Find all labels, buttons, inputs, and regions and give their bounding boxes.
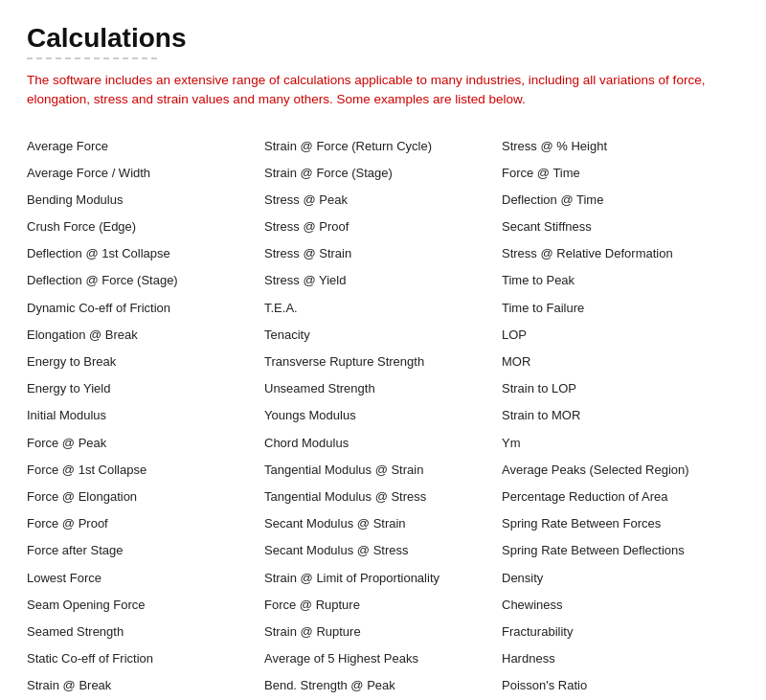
calc-item: Stress @ Strain <box>264 240 502 267</box>
calc-item: Secant Modulus @ Strain <box>264 510 502 537</box>
calc-item: Average Force <box>27 133 264 160</box>
calc-item: Strain @ Rupture <box>264 619 502 645</box>
calc-item: Initial Modulus <box>27 402 264 429</box>
calc-item: Force @ Peak <box>27 430 264 457</box>
column-col2: Strain @ Force (Return Cycle)Strain @ Fo… <box>264 133 502 701</box>
calc-item: Seamed Strength <box>27 619 264 645</box>
calc-item: Spring Rate Between Forces <box>502 510 739 537</box>
calc-item: Secant Modulus @ Stress <box>264 537 502 564</box>
calc-item: Time to Peak <box>502 267 739 294</box>
calc-item: Crush Force (Edge) <box>27 214 264 240</box>
calc-item: Force @ Rupture <box>264 592 502 619</box>
calc-item: Secant Stiffness <box>502 214 739 240</box>
calc-item: Energy to Yield <box>27 375 264 402</box>
calc-item: Bend. Strength @ Peak <box>264 672 502 699</box>
page-title: Calculations <box>27 23 739 54</box>
calc-item: Strain @ Break <box>27 672 264 699</box>
calc-item: Youngs Modulus <box>264 402 502 429</box>
calc-item: Bending Modulus <box>27 187 264 214</box>
calculations-columns: Average ForceAverage Force / WidthBendin… <box>27 133 739 701</box>
calc-item: Average of 5 Highest Peaks <box>264 645 502 672</box>
calc-item: Average Force / Width <box>27 160 264 187</box>
calc-item: Tenacity <box>264 322 502 349</box>
title-underline <box>27 57 161 59</box>
calc-item: Stress @ Yield <box>264 267 502 294</box>
calc-item: Force after Stage <box>27 537 264 564</box>
calc-item: Chord Modulus <box>264 430 502 457</box>
calc-item: Stress @ Peak <box>264 187 502 214</box>
calc-item: Energy to Break <box>27 349 264 375</box>
calc-item: Seam Opening Force <box>27 592 264 619</box>
calc-item: Transverse Rupture Strength <box>264 349 502 375</box>
calc-item: Average Peaks (Selected Region) <box>502 457 739 484</box>
calc-item: Spring Rate Between Deflections <box>502 537 739 564</box>
column-col3: Stress @ % HeightForce @ TimeDeflection … <box>502 133 739 701</box>
calc-item: Unseamed Strength <box>264 375 502 402</box>
calc-item: Strain @ Force (Stage) <box>264 160 502 187</box>
calc-item: Force @ Elongation <box>27 484 264 510</box>
calc-item: Stress @ Proof <box>264 214 502 240</box>
calc-item: Static Co-eff of Friction <box>27 645 264 672</box>
calc-item: Poisson's Ratio <box>502 672 739 699</box>
calc-item: Deflection @ 1st Collapse <box>27 240 264 267</box>
calc-item: Stress @ Relative Deformation <box>502 240 739 267</box>
calc-item: MOR <box>502 349 739 375</box>
calc-item: Deflection @ Time <box>502 187 739 214</box>
calc-item: Percentage Reduction of Area <box>502 484 739 510</box>
column-col1: Average ForceAverage Force / WidthBendin… <box>27 133 264 701</box>
calc-item: Dynamic Co-eff of Friction <box>27 295 264 322</box>
calc-item: Force @ Time <box>502 160 739 187</box>
calc-item: Lowest Force <box>27 565 264 592</box>
calc-item: LOP <box>502 322 739 349</box>
calc-item: Stress @ % Height <box>502 133 739 160</box>
calc-item: Time to Failure <box>502 295 739 322</box>
calc-item: Hardness <box>502 645 739 672</box>
calc-item: Chewiness <box>502 592 739 619</box>
page-description: The software includes an extensive range… <box>27 71 739 110</box>
calc-item: Force @ Proof <box>27 510 264 537</box>
calc-item: Force @ 1st Collapse <box>27 457 264 484</box>
calc-item: Strain to LOP <box>502 375 739 402</box>
calc-item: Strain to MOR <box>502 402 739 429</box>
calc-item: Fracturability <box>502 619 739 645</box>
calc-item: Strain @ Force (Return Cycle) <box>264 133 502 160</box>
calc-item: Density <box>502 565 739 592</box>
calc-item: Elongation @ Break <box>27 322 264 349</box>
calc-item: Strain @ Limit of Proportionality <box>264 565 502 592</box>
calc-item: Ym <box>502 430 739 457</box>
calc-item: Tangential Modulus @ Stress <box>264 484 502 510</box>
calc-item: Deflection @ Force (Stage) <box>27 267 264 294</box>
calc-item: T.E.A. <box>264 295 502 322</box>
calc-item: Tangential Modulus @ Strain <box>264 457 502 484</box>
